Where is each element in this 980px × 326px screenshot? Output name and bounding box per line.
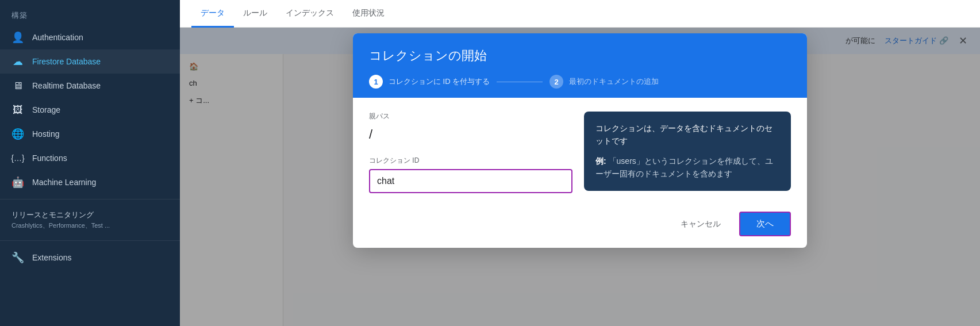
tab-data[interactable]: データ	[191, 0, 234, 28]
sidebar-item-firestore[interactable]: ☁ Firestore Database	[0, 49, 180, 74]
sidebar-item-label: Machine Learning	[32, 178, 96, 187]
tooltip-example-text: 「users」というコレクションを作成して、ユーザー固有のドキュメントを含めます	[595, 156, 773, 178]
sidebar-item-label: Authentication	[32, 33, 83, 42]
sidebar-divider-2	[0, 240, 180, 241]
sidebar-item-label: Extensions	[32, 253, 71, 262]
storage-icon: 🖼	[11, 103, 24, 116]
step2-label: 最初のドキュメントの追加	[569, 76, 659, 87]
tabs-bar: データ ルール インデックス 使用状況	[180, 0, 980, 28]
sidebar-item-hosting[interactable]: 🌐 Hosting	[0, 122, 180, 146]
sidebar-section-title: 構築	[0, 0, 180, 25]
functions-icon: {…}	[11, 152, 24, 164]
realtime-icon: 🖥	[11, 79, 24, 92]
tab-usage[interactable]: 使用状況	[343, 0, 394, 28]
tab-index[interactable]: インデックス	[276, 0, 343, 28]
parent-path-value: /	[369, 125, 572, 144]
release-section-sub: Crashlytics、Performance、Test ...	[11, 221, 110, 230]
sidebar-item-ml[interactable]: 🤖 Machine Learning	[0, 170, 180, 194]
modal-form: 親パス / コレクション ID	[369, 112, 572, 193]
parent-path-label: 親パス	[369, 112, 572, 121]
modal-start-collection: コレクションの開始 1 コレクションに ID を付与する 2 最初のドキュメント…	[353, 33, 807, 248]
modal-footer: キャンセル 次へ	[353, 205, 807, 248]
modal-title: コレクションの開始	[369, 47, 791, 64]
sidebar-item-label: Realtime Database	[32, 81, 101, 90]
sidebar-item-label: Hosting	[32, 129, 59, 139]
sidebar-item-functions[interactable]: {…} Functions	[0, 146, 180, 170]
step1-label: コレクションに ID を付与する	[389, 76, 490, 87]
sidebar-item-authentication[interactable]: 👤 Authentication	[0, 25, 180, 49]
sidebar-item-label: Firestore Database	[32, 57, 101, 66]
cancel-button[interactable]: キャンセル	[671, 214, 730, 234]
collection-id-input-container	[369, 169, 572, 193]
authentication-icon: 👤	[11, 31, 24, 44]
modal-steps: 1 コレクションに ID を付与する 2 最初のドキュメントの追加	[369, 75, 791, 98]
sidebar-item-label: Functions	[32, 154, 67, 163]
modal-step-1: 1 コレクションに ID を付与する	[369, 75, 490, 89]
modal-step-2: 2 最初のドキュメントの追加	[549, 75, 659, 89]
sidebar-item-storage[interactable]: 🖼 Storage	[0, 98, 180, 122]
tooltip-text: コレクションは、データを含むドキュメントのセットです	[595, 124, 773, 145]
sidebar: 構築 👤 Authentication ☁ Firestore Database…	[0, 0, 180, 326]
tooltip-example: 例: 「users」というコレクションを作成して、ユーザー固有のドキュメントを含…	[595, 155, 779, 181]
sidebar-divider	[0, 199, 180, 200]
sidebar-item-release[interactable]: リリースとモニタリング Crashlytics、Performance、Test…	[0, 204, 180, 236]
sidebar-item-label: Storage	[32, 105, 60, 114]
content-area: が可能に スタートガイド 🔗 ✕ 🏠 ch + コ...	[180, 28, 980, 326]
step2-circle: 2	[549, 75, 563, 89]
step1-circle: 1	[369, 75, 383, 89]
ml-icon: 🤖	[11, 176, 24, 189]
modal-backdrop: コレクションの開始 1 コレクションに ID を付与する 2 最初のドキュメント…	[180, 28, 980, 326]
tooltip-example-label: 例:	[595, 156, 606, 166]
sidebar-item-extensions[interactable]: 🔧 Extensions	[0, 246, 180, 270]
firestore-icon: ☁	[11, 55, 24, 68]
collection-id-label: コレクション ID	[369, 156, 572, 166]
step-line	[497, 82, 543, 82]
release-section-title: リリースとモニタリング	[11, 210, 94, 220]
next-button[interactable]: 次へ	[739, 212, 791, 236]
hosting-icon: 🌐	[11, 128, 24, 140]
tab-rules[interactable]: ルール	[234, 0, 276, 28]
modal-body: 親パス / コレクション ID コレクションは、データを含むドキュメントのセット…	[353, 98, 807, 205]
modal-header: コレクションの開始 1 コレクションに ID を付与する 2 最初のドキュメント…	[353, 33, 807, 98]
sidebar-item-realtime[interactable]: 🖥 Realtime Database	[0, 74, 180, 98]
collection-id-input[interactable]	[377, 176, 564, 186]
main-content: データ ルール インデックス 使用状況 が可能に スタートガイド 🔗 ✕ 🏠 c	[180, 0, 980, 326]
tooltip-box: コレクションは、データを含むドキュメントのセットです 例: 「users」という…	[584, 112, 791, 191]
extensions-icon: 🔧	[11, 251, 24, 264]
